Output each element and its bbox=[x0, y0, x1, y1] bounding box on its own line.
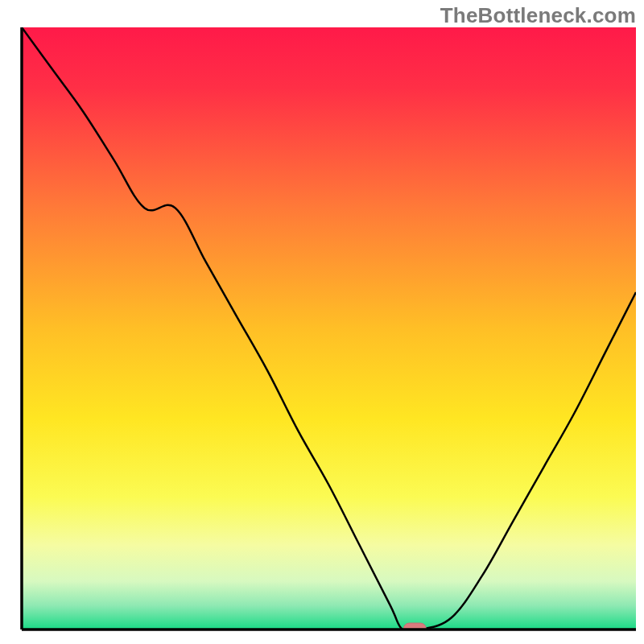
chart-container: TheBottleneck.com bbox=[0, 0, 644, 644]
gradient-background bbox=[22, 27, 636, 630]
bottleneck-chart bbox=[0, 0, 644, 644]
